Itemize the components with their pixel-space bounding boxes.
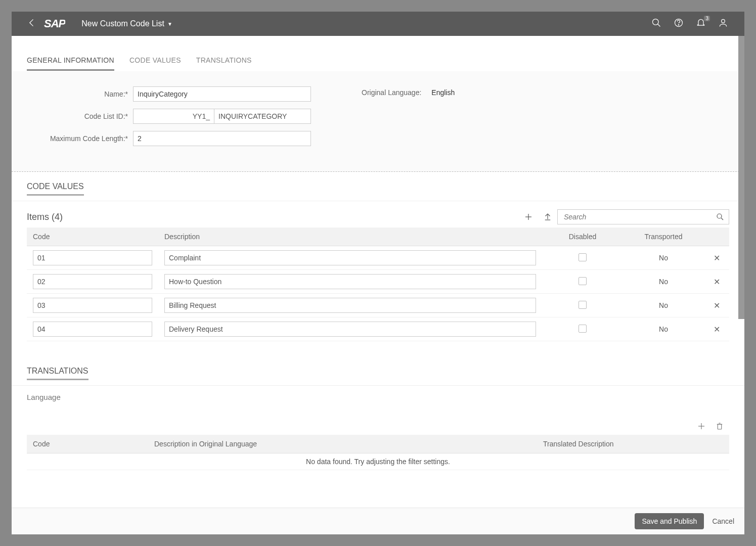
translations-delete-button[interactable] xyxy=(715,422,724,431)
back-button[interactable] xyxy=(22,18,42,30)
translations-heading: TRANSLATIONS xyxy=(12,356,104,385)
notifications-button[interactable]: 3 xyxy=(690,18,712,30)
add-row-button[interactable] xyxy=(519,212,538,221)
code-input[interactable] xyxy=(33,274,152,289)
svg-point-0 xyxy=(653,19,659,25)
disabled-checkbox[interactable] xyxy=(579,325,587,333)
page-title: New Custom Code List xyxy=(81,19,164,28)
delete-row-button[interactable]: ✕ xyxy=(714,278,720,286)
tcol-code: Code xyxy=(27,435,148,453)
max-code-length-input[interactable] xyxy=(133,131,311,146)
original-language-label: Original Language: xyxy=(362,88,421,97)
save-and-publish-button[interactable]: Save and Publish xyxy=(635,513,704,529)
caret-down-icon: ▼ xyxy=(167,21,172,27)
translations-language-label: Language xyxy=(12,386,744,422)
code-list-id-value: INQUIRYCATEGORY xyxy=(214,109,311,124)
description-input[interactable] xyxy=(164,322,536,337)
delete-row-button[interactable]: ✕ xyxy=(714,301,720,310)
transported-value: No xyxy=(623,246,704,270)
code-values-table: Code Description Disabled Transported No… xyxy=(27,228,729,341)
svg-line-10 xyxy=(721,218,723,220)
tcol-desc-trans: Translated Description xyxy=(537,435,729,453)
transported-value: No xyxy=(623,294,704,317)
tab-code-values[interactable]: CODE VALUES xyxy=(129,56,181,71)
svg-point-3 xyxy=(678,25,679,25)
search-button[interactable] xyxy=(645,18,668,30)
items-count: Items (4) xyxy=(27,212,63,222)
code-input[interactable] xyxy=(33,298,152,313)
translations-add-button[interactable] xyxy=(697,422,706,431)
tcol-desc-orig: Description in Original Language xyxy=(148,435,537,453)
scrollbar[interactable] xyxy=(738,36,744,319)
description-input[interactable] xyxy=(164,250,536,265)
transported-value: No xyxy=(623,270,704,294)
tab-general-information[interactable]: GENERAL INFORMATION xyxy=(27,56,114,71)
disabled-checkbox[interactable] xyxy=(579,253,587,261)
shell-header: SAP New Custom Code List ▼ 3 xyxy=(12,12,744,36)
content-area: GENERAL INFORMATION CODE VALUES TRANSLAT… xyxy=(12,36,744,508)
code-input[interactable] xyxy=(33,322,152,337)
general-information-panel: Name:* Code List ID:* YY1_ INQUIRYCATEGO… xyxy=(12,71,744,172)
search-icon xyxy=(716,212,725,221)
description-input[interactable] xyxy=(164,274,536,289)
name-input[interactable] xyxy=(133,86,311,102)
table-row: No ✕ xyxy=(27,317,729,341)
svg-point-4 xyxy=(722,19,725,23)
tab-translations[interactable]: TRANSLATIONS xyxy=(196,56,252,71)
col-code: Code xyxy=(27,228,158,246)
table-row: No ✕ xyxy=(27,270,729,294)
notification-badge: 3 xyxy=(704,16,710,21)
svg-line-1 xyxy=(658,24,660,27)
col-transported: Transported xyxy=(623,228,704,246)
table-row: No ✕ xyxy=(27,246,729,270)
code-list-id-prefix: YY1_ xyxy=(133,109,214,124)
app-window: SAP New Custom Code List ▼ 3 GENERAL INF… xyxy=(10,10,746,536)
upload-button[interactable] xyxy=(538,212,557,221)
col-description: Description xyxy=(158,228,542,246)
search-input[interactable] xyxy=(562,210,716,224)
code-list-id-label: Code List ID:* xyxy=(27,112,128,120)
name-label: Name:* xyxy=(27,90,128,98)
max-code-length-label: Maximum Code Length:* xyxy=(27,134,128,143)
col-disabled: Disabled xyxy=(542,228,623,246)
delete-row-button[interactable]: ✕ xyxy=(714,254,720,262)
description-input[interactable] xyxy=(164,298,536,313)
disabled-checkbox[interactable] xyxy=(579,277,587,285)
search-box[interactable] xyxy=(557,209,729,224)
sap-logo: SAP xyxy=(44,17,65,30)
anchor-tabs: GENERAL INFORMATION CODE VALUES TRANSLAT… xyxy=(12,36,744,71)
footer-bar: Save and Publish Cancel xyxy=(12,508,744,534)
code-values-table-area: Items (4) Code Description xyxy=(12,201,744,356)
page-title-dropdown[interactable]: New Custom Code List ▼ xyxy=(81,19,172,28)
original-language-value: English xyxy=(431,88,455,97)
svg-rect-13 xyxy=(718,424,722,429)
translations-empty-text: No data found. Try adjusting the filter … xyxy=(27,453,729,470)
help-button[interactable] xyxy=(668,18,690,30)
translations-table: Code Description in Original Language Tr… xyxy=(27,435,729,470)
delete-row-button[interactable]: ✕ xyxy=(714,325,720,334)
cancel-button[interactable]: Cancel xyxy=(712,517,734,525)
table-row: No ✕ xyxy=(27,294,729,317)
code-input[interactable] xyxy=(33,250,152,265)
disabled-checkbox[interactable] xyxy=(579,301,587,309)
transported-value: No xyxy=(623,317,704,341)
user-button[interactable] xyxy=(712,18,734,30)
code-values-heading: CODE VALUES xyxy=(12,172,99,201)
svg-point-9 xyxy=(717,214,722,218)
